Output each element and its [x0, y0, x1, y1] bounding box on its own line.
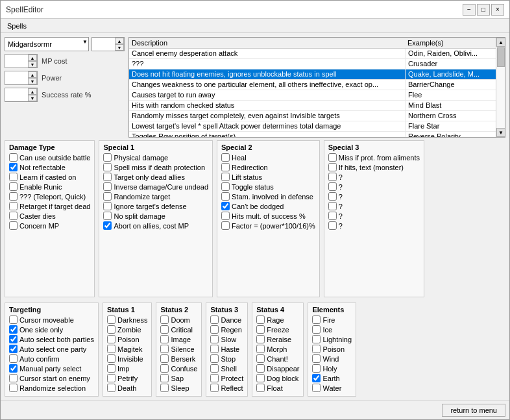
desc-row-4[interactable]: Causes target to run away Flee: [129, 90, 496, 101]
special3-cb-2[interactable]: ?: [328, 173, 420, 181]
desc-row-7[interactable]: Lowest target's level * spell Attack pow…: [129, 121, 496, 132]
status4-cb-6[interactable]: Dog block: [256, 374, 299, 382]
success-rate-up-button[interactable]: ▲: [28, 88, 37, 95]
elements-check-7[interactable]: [312, 384, 321, 392]
special3-check-5[interactable]: [328, 202, 337, 210]
status3-check-5[interactable]: [210, 364, 219, 373]
damage-type-cb-3[interactable]: Enable Runic: [9, 182, 90, 191]
status3-check-2[interactable]: [210, 335, 219, 343]
status3-cb-6[interactable]: Protect: [210, 374, 243, 382]
status4-cb-0[interactable]: Rage: [256, 315, 299, 324]
status3-check-1[interactable]: [210, 325, 219, 334]
desc-row-6[interactable]: Randomly misses target completely, even …: [129, 111, 496, 121]
status1-check-1[interactable]: [107, 325, 115, 334]
damage-type-cb-4[interactable]: ??? (Teleport, Quick): [9, 192, 90, 201]
damage-type-cb-6[interactable]: Caster dies: [9, 212, 90, 220]
damage-type-check-4[interactable]: [9, 192, 18, 201]
scroll-thumb[interactable]: [497, 47, 505, 67]
targeting-check-7[interactable]: [9, 384, 18, 392]
special3-cb-1[interactable]: If hits, text (monster): [328, 163, 420, 171]
status1-check-4[interactable]: [107, 354, 115, 363]
targeting-cb-6[interactable]: Cursor start on enemy: [9, 374, 94, 382]
elements-cb-1[interactable]: Ice: [312, 325, 352, 334]
special1-check-7[interactable]: [103, 221, 112, 230]
status2-cb-5[interactable]: Confuse: [160, 364, 197, 373]
maximize-button[interactable]: □: [477, 4, 490, 16]
special1-check-1[interactable]: [103, 163, 112, 171]
status4-cb-2[interactable]: Reraise: [256, 335, 299, 343]
status2-check-7[interactable]: [160, 384, 169, 392]
spell-dropdown[interactable]: Midgardsormr: [5, 37, 89, 51]
special1-cb-3[interactable]: Inverse damage/Cure undead: [103, 182, 208, 191]
desc-row-8[interactable]: Toggles Row position of target(s) Revers…: [129, 132, 496, 137]
special1-cb-2[interactable]: Target only dead allies: [103, 173, 208, 181]
special3-cb-5[interactable]: ?: [328, 202, 420, 210]
elements-cb-2[interactable]: Lightning: [312, 335, 352, 343]
status3-cb-3[interactable]: Haste: [210, 345, 243, 353]
special3-check-6[interactable]: [328, 212, 337, 220]
damage-type-check-2[interactable]: [9, 173, 18, 181]
damage-type-check-1[interactable]: [9, 163, 18, 171]
special1-cb-7[interactable]: Abort on allies, cost MP: [103, 221, 208, 230]
elements-cb-7[interactable]: Water: [312, 384, 352, 392]
status3-check-3[interactable]: [210, 345, 219, 353]
status2-cb-2[interactable]: Image: [160, 335, 197, 343]
special3-cb-6[interactable]: ?: [328, 212, 420, 220]
status4-check-7[interactable]: [256, 384, 265, 392]
success-rate-input[interactable]: 150: [5, 88, 28, 101]
special1-check-4[interactable]: [103, 192, 112, 201]
status4-check-0[interactable]: [256, 315, 265, 324]
targeting-check-5[interactable]: [9, 364, 18, 373]
status2-cb-4[interactable]: Berserk: [160, 354, 197, 363]
status3-cb-4[interactable]: Stop: [210, 354, 243, 363]
targeting-check-3[interactable]: [9, 345, 18, 353]
scroll-up-button[interactable]: ▲: [496, 38, 505, 47]
elements-check-1[interactable]: [312, 325, 321, 334]
elements-check-2[interactable]: [312, 335, 321, 343]
status2-check-4[interactable]: [160, 354, 169, 363]
status3-cb-0[interactable]: Dance: [210, 315, 243, 324]
minimize-button[interactable]: −: [463, 4, 476, 16]
close-button[interactable]: ×: [491, 4, 504, 16]
targeting-check-4[interactable]: [9, 354, 18, 363]
status4-check-2[interactable]: [256, 335, 265, 343]
success-rate-down-button[interactable]: ▼: [28, 95, 37, 101]
level-input[interactable]: 58: [92, 38, 115, 51]
elements-cb-0[interactable]: Fire: [312, 315, 352, 324]
status1-cb-4[interactable]: Invisible: [107, 354, 147, 363]
status4-cb-4[interactable]: Chant!: [256, 354, 299, 363]
special2-check-2[interactable]: [221, 173, 230, 181]
level-up-button[interactable]: ▲: [115, 38, 124, 44]
status4-check-6[interactable]: [256, 374, 265, 382]
special2-cb-1[interactable]: Redirection: [221, 163, 315, 171]
status4-cb-5[interactable]: Disappear: [256, 364, 299, 373]
special3-check-3[interactable]: [328, 182, 337, 191]
desc-row-0[interactable]: Cancel enemy desperation attack Odin, Ra…: [129, 49, 496, 59]
status2-cb-7[interactable]: Sleep: [160, 384, 197, 392]
status2-cb-6[interactable]: Sap: [160, 374, 197, 382]
special3-cb-4[interactable]: ?: [328, 192, 420, 201]
status2-check-3[interactable]: [160, 345, 169, 353]
status2-check-2[interactable]: [160, 335, 169, 343]
special3-check-2[interactable]: [328, 173, 337, 181]
damage-type-check-6[interactable]: [9, 212, 18, 220]
damage-type-cb-5[interactable]: Retarget if target dead: [9, 202, 90, 210]
scroll-down-button[interactable]: ▼: [496, 128, 505, 137]
special1-cb-4[interactable]: Randomize target: [103, 192, 208, 201]
targeting-check-1[interactable]: [9, 325, 18, 334]
elements-cb-6[interactable]: Earth: [312, 374, 352, 382]
targeting-cb-0[interactable]: Cursor moveable: [9, 315, 94, 324]
special1-cb-1[interactable]: Spell miss if death protection: [103, 163, 208, 171]
special1-cb-0[interactable]: Physical damage: [103, 153, 208, 162]
damage-type-cb-1[interactable]: Not reflectable: [9, 163, 90, 171]
targeting-check-2[interactable]: [9, 335, 18, 343]
special2-cb-0[interactable]: Heal: [221, 153, 315, 162]
status1-cb-2[interactable]: Poison: [107, 335, 147, 343]
desc-row-3[interactable]: Changes weakness to one particular eleme…: [129, 80, 496, 90]
status3-cb-1[interactable]: Regen: [210, 325, 243, 334]
elements-check-6[interactable]: [312, 374, 321, 382]
status4-cb-7[interactable]: Float: [256, 384, 299, 392]
special2-check-4[interactable]: [221, 192, 230, 201]
elements-check-3[interactable]: [312, 345, 321, 353]
status3-check-4[interactable]: [210, 354, 219, 363]
